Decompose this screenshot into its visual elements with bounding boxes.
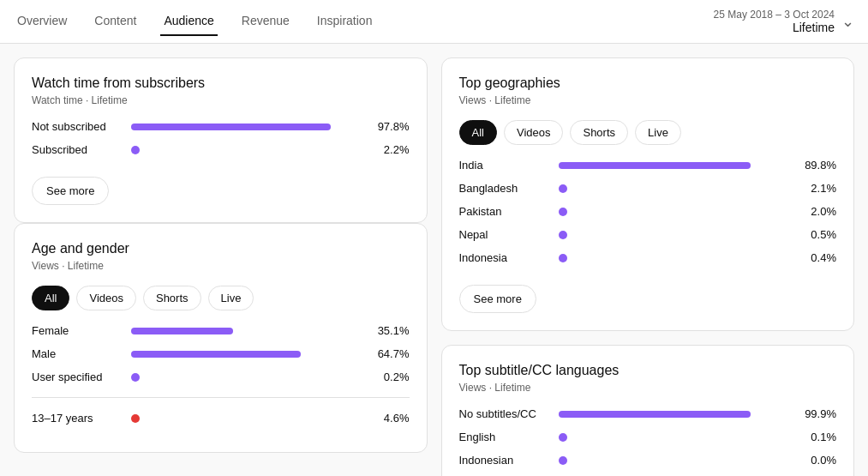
- subscribed-label: Subscribed: [32, 143, 117, 156]
- india-value: 89.8%: [799, 159, 836, 172]
- nepal-label: Nepal: [459, 228, 545, 241]
- age-13-17-value: 4.6%: [372, 412, 410, 425]
- not-subscribed-bar: [131, 124, 331, 130]
- user-specified-row: User specified 0.2%: [32, 371, 410, 383]
- top-geo-title: Top geographies: [459, 75, 837, 91]
- right-column: Top geographies Views · Lifetime All Vid…: [441, 57, 855, 476]
- age-13-17-dot: [131, 414, 140, 423]
- subscribed-dot-container: [131, 147, 358, 154]
- pakistan-value: 2.0%: [799, 205, 836, 218]
- geo-filter-all[interactable]: All: [459, 120, 497, 145]
- bangladesh-dot: [559, 184, 567, 193]
- male-label: Male: [32, 347, 117, 360]
- geo-filter-videos[interactable]: Videos: [504, 120, 564, 145]
- top-languages-card: Top subtitle/CC languages Views · Lifeti…: [441, 345, 855, 476]
- indonesian-value: 0.0%: [799, 454, 836, 467]
- top-lang-title: Top subtitle/CC languages: [459, 363, 837, 378]
- date-range-text: 25 May 2018 – 3 Oct 2024 Lifetime: [714, 9, 835, 34]
- no-subtitles-value: 99.9%: [799, 407, 836, 420]
- female-value: 35.1%: [372, 324, 410, 337]
- main-content: Watch time from subscribers Watch time ·…: [0, 44, 868, 476]
- filter-tab-videos[interactable]: Videos: [76, 286, 136, 310]
- no-subtitles-bar-container: [559, 411, 786, 418]
- female-bar-container: [131, 328, 358, 334]
- no-subtitles-label: No subtitles/CC: [459, 407, 545, 420]
- bangladesh-value: 2.1%: [799, 182, 836, 195]
- user-specified-dot-container: [131, 374, 358, 381]
- female-row: Female 35.1%: [32, 324, 410, 337]
- indonesian-dot: [559, 456, 567, 465]
- nepal-dot: [559, 231, 567, 239]
- age-13-17-label: 13–17 years: [32, 412, 117, 425]
- top-geo-subtitle: Views · Lifetime: [459, 94, 837, 106]
- india-label: India: [459, 159, 545, 172]
- user-specified-dot: [131, 373, 140, 382]
- not-subscribed-value: 97.8%: [372, 120, 410, 133]
- geo-see-more-button[interactable]: See more: [459, 285, 536, 313]
- filter-tab-live[interactable]: Live: [208, 286, 254, 310]
- not-subscribed-row: Not subscribed 97.8%: [32, 120, 410, 133]
- english-label: English: [459, 431, 545, 443]
- bangladesh-label: Bangladesh: [459, 182, 545, 195]
- pakistan-label: Pakistan: [459, 205, 545, 218]
- age-gender-subtitle: Views · Lifetime: [32, 260, 410, 272]
- male-bar-container: [131, 351, 358, 358]
- watch-time-title: Watch time from subscribers: [32, 75, 410, 91]
- tab-audience[interactable]: Audience: [160, 7, 217, 36]
- geo-filter-tabs: All Videos Shorts Live: [459, 120, 837, 145]
- left-column: Watch time from subscribers Watch time ·…: [14, 57, 428, 476]
- geo-filter-shorts[interactable]: Shorts: [570, 120, 628, 145]
- watch-time-see-more-button[interactable]: See more: [32, 177, 109, 205]
- divider: [32, 397, 410, 398]
- tab-content[interactable]: Content: [91, 7, 140, 36]
- bangladesh-row: Bangladesh 2.1%: [459, 182, 837, 195]
- tab-revenue[interactable]: Revenue: [238, 7, 293, 36]
- age-13-17-dot-container: [131, 415, 358, 422]
- male-value: 64.7%: [372, 347, 410, 360]
- india-bar: [559, 162, 751, 169]
- tab-inspiration[interactable]: Inspiration: [314, 7, 376, 36]
- female-label: Female: [32, 324, 117, 337]
- nav-tabs: Overview Content Audience Revenue Inspir…: [14, 7, 375, 36]
- indonesian-label: Indonesian: [459, 454, 545, 467]
- top-lang-subtitle: Views · Lifetime: [459, 382, 837, 394]
- no-subtitles-row: No subtitles/CC 99.9%: [459, 407, 837, 420]
- indonesia-row: Indonesia 0.4%: [459, 251, 837, 264]
- not-subscribed-label: Not subscribed: [32, 120, 117, 133]
- no-subtitles-bar: [559, 411, 751, 418]
- male-row: Male 64.7%: [32, 347, 410, 360]
- top-geographies-card: Top geographies Views · Lifetime All Vid…: [441, 57, 855, 331]
- indonesian-row: Indonesian 0.0%: [459, 454, 837, 467]
- date-range-picker[interactable]: 25 May 2018 – 3 Oct 2024 Lifetime ⌄: [714, 9, 854, 34]
- watch-time-subtitle: Watch time · Lifetime: [32, 94, 410, 106]
- pakistan-row: Pakistan 2.0%: [459, 205, 837, 218]
- india-bar-container: [559, 162, 786, 169]
- not-subscribed-bar-container: [131, 124, 358, 130]
- pakistan-dot: [559, 208, 567, 216]
- indonesia-value: 0.4%: [799, 251, 836, 264]
- subscribed-row: Subscribed 2.2%: [32, 143, 410, 156]
- tab-overview[interactable]: Overview: [14, 7, 70, 36]
- user-specified-label: User specified: [32, 371, 117, 383]
- chevron-down-icon: ⌄: [841, 12, 854, 31]
- user-specified-value: 0.2%: [372, 371, 410, 383]
- nepal-value: 0.5%: [799, 228, 836, 241]
- geo-filter-live[interactable]: Live: [635, 120, 681, 145]
- filter-tab-shorts[interactable]: Shorts: [143, 286, 201, 310]
- age-13-17-row: 13–17 years 4.6%: [32, 412, 410, 425]
- female-bar: [131, 328, 233, 334]
- indonesia-dot: [559, 254, 567, 262]
- age-gender-filter-tabs: All Videos Shorts Live: [32, 286, 410, 310]
- age-gender-card: Age and gender Views · Lifetime All Vide…: [14, 223, 428, 453]
- india-row: India 89.8%: [459, 159, 837, 172]
- english-row: English 0.1%: [459, 431, 837, 443]
- indonesia-label: Indonesia: [459, 251, 545, 264]
- english-dot: [559, 433, 567, 442]
- subscribed-dot: [131, 146, 140, 154]
- filter-tab-all[interactable]: All: [32, 286, 69, 310]
- nepal-row: Nepal 0.5%: [459, 228, 837, 241]
- subscribed-value: 2.2%: [372, 143, 410, 156]
- english-value: 0.1%: [799, 431, 836, 443]
- age-gender-title: Age and gender: [32, 241, 410, 256]
- watch-time-card: Watch time from subscribers Watch time ·…: [14, 57, 428, 223]
